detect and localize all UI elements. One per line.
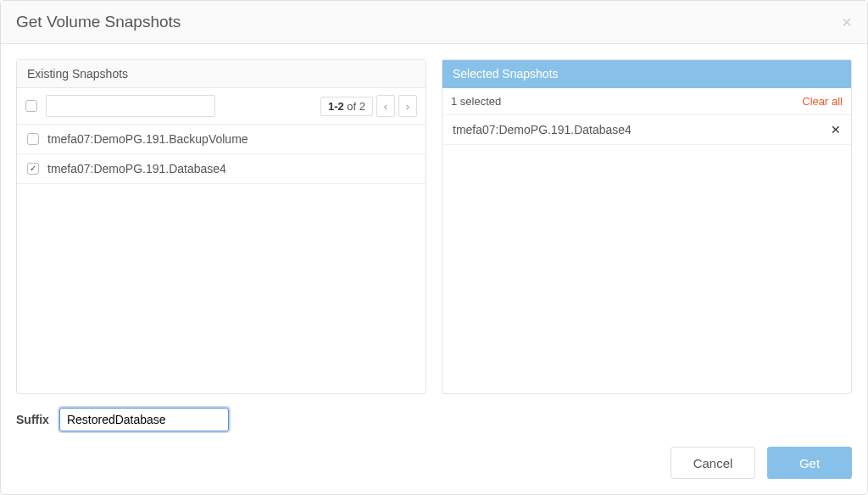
pager-range: 1-2 of 2	[320, 97, 373, 116]
selected-count: 1 selected	[451, 95, 501, 108]
dialog-footer: Cancel Get	[1, 447, 867, 494]
row-label: tmefa07:DemoPG.191.BackupVolume	[47, 132, 415, 146]
table-row[interactable]: tmefa07:DemoPG.191.Database4	[17, 154, 426, 184]
clear-all-link[interactable]: Clear all	[802, 95, 843, 108]
row-label: tmefa07:DemoPG.191.Database4	[47, 162, 415, 175]
pager-next-button[interactable]: ›	[398, 95, 417, 117]
dialog-header: Get Volume Snapshots ×	[1, 1, 867, 44]
row-checkbox[interactable]	[27, 163, 39, 175]
dialog-title: Get Volume Snapshots	[16, 13, 181, 31]
chevron-right-icon: ›	[406, 100, 409, 113]
suffix-input[interactable]	[59, 408, 229, 431]
panel-selected-snapshots: Selected Snapshots 1 selected Clear all …	[442, 59, 852, 394]
dialog-get-volume-snapshots: Get Volume Snapshots × Existing Snapshot…	[0, 0, 868, 495]
existing-list: tmefa07:DemoPG.191.BackupVolumetmefa07:D…	[17, 125, 426, 393]
cancel-button[interactable]: Cancel	[670, 447, 755, 479]
chevron-left-icon: ‹	[384, 100, 387, 113]
dialog-body: Existing Snapshots 1-2 of 2 ‹ › tmefa07:…	[1, 44, 867, 447]
panel-existing-snapshots: Existing Snapshots 1-2 of 2 ‹ › tmefa07:…	[16, 59, 426, 394]
panel-existing-header: Existing Snapshots	[17, 60, 426, 88]
suffix-label: Suffix	[16, 413, 49, 426]
suffix-row: Suffix	[16, 408, 852, 431]
panel-selected-toolbar: 1 selected Clear all	[442, 88, 851, 115]
pager-prev-button[interactable]: ‹	[376, 95, 395, 117]
selected-list: tmefa07:DemoPG.191.Database4✕	[442, 115, 851, 393]
search-input[interactable]	[46, 95, 215, 117]
pager: 1-2 of 2 ‹ ›	[320, 95, 417, 117]
bottom-area: Suffix	[16, 408, 852, 431]
columns: Existing Snapshots 1-2 of 2 ‹ › tmefa07:…	[16, 59, 852, 394]
row-label: tmefa07:DemoPG.191.Database4	[453, 123, 822, 136]
select-all-checkbox[interactable]	[25, 100, 37, 112]
pager-range-rest: of 2	[344, 100, 365, 113]
close-icon[interactable]: ×	[842, 14, 852, 31]
pager-range-bold: 1-2	[328, 100, 344, 113]
panel-selected-header: Selected Snapshots	[442, 60, 851, 88]
table-row: tmefa07:DemoPG.191.Database4✕	[442, 115, 851, 145]
panel-existing-toolbar: 1-2 of 2 ‹ ›	[17, 88, 426, 125]
row-checkbox[interactable]	[27, 133, 39, 145]
get-button[interactable]: Get	[767, 447, 852, 479]
table-row[interactable]: tmefa07:DemoPG.191.BackupVolume	[17, 125, 426, 154]
remove-icon[interactable]: ✕	[831, 123, 841, 136]
